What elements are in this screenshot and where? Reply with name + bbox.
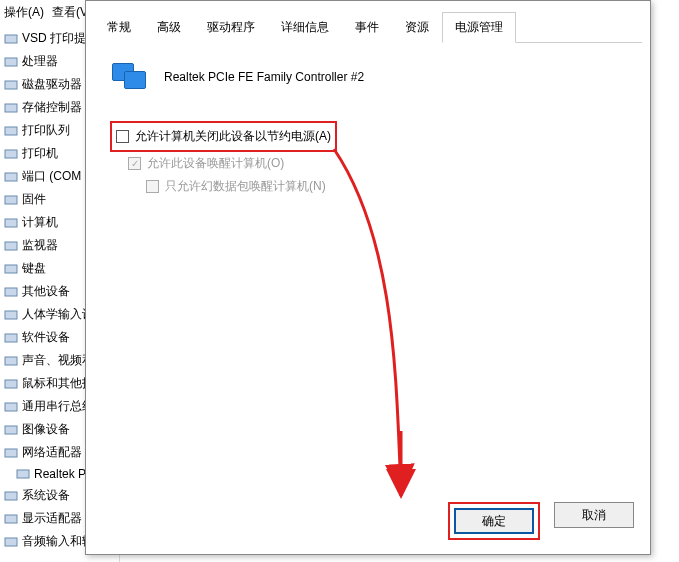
svg-rect-8 [5,219,17,227]
menu-view[interactable]: 查看(V [52,4,88,21]
svg-rect-22 [5,538,17,546]
tree-item-label: 打印队列 [22,122,70,139]
svg-rect-10 [5,265,17,273]
dialog-buttons: 确定 取消 [448,502,634,540]
tab-advanced[interactable]: 高级 [144,12,194,43]
svg-rect-11 [5,288,17,296]
tab-driver[interactable]: 驱动程序 [194,12,268,43]
device-category-icon [4,101,18,115]
svg-rect-20 [5,492,17,500]
device-category-icon [4,535,18,549]
label-allow-off: 允许计算机关闭此设备以节约电源(A) [135,128,331,145]
tree-item-label: 打印机 [22,145,58,162]
svg-rect-9 [5,242,17,250]
device-category-icon [4,377,18,391]
tree-item-label: 处理器 [22,53,58,70]
device-category-icon [4,423,18,437]
tree-item-label: 其他设备 [22,283,70,300]
ok-button[interactable]: 确定 [454,508,534,534]
svg-rect-19 [17,470,29,478]
device-category-icon [4,489,18,503]
svg-rect-1 [5,58,17,66]
device-category-icon [4,32,18,46]
cancel-button[interactable]: 取消 [554,502,634,528]
menu-op[interactable]: 操作(A) [4,4,44,21]
svg-rect-6 [5,173,17,181]
properties-dialog: 常规 高级 驱动程序 详细信息 事件 资源 电源管理 Realtek PCIe … [85,0,651,555]
tree-item-label: 图像设备 [22,421,70,438]
tree-item-label: 软件设备 [22,329,70,346]
device-category-icon [4,331,18,345]
device-category-icon [4,124,18,138]
highlight-allow-off: 允许计算机关闭此设备以节约电源(A) [110,121,337,152]
row-magic-only: 只允许幻数据包唤醒计算机(N) [110,175,626,198]
checkbox-allow-wake [128,157,141,170]
svg-rect-2 [5,81,17,89]
network-adapter-icon [110,61,150,93]
svg-rect-16 [5,403,17,411]
device-category-icon [4,308,18,322]
tab-general[interactable]: 常规 [94,12,144,43]
device-category-icon [4,512,18,526]
svg-rect-18 [5,449,17,457]
device-category-icon [4,170,18,184]
svg-rect-17 [5,426,17,434]
checkbox-allow-off[interactable] [116,130,129,143]
device-category-icon [4,446,18,460]
tab-details[interactable]: 详细信息 [268,12,342,43]
svg-rect-5 [5,150,17,158]
label-allow-wake: 允许此设备唤醒计算机(O) [147,155,284,172]
power-management-pane: Realtek PCIe FE Family Controller #2 允许计… [86,43,650,483]
svg-rect-14 [5,357,17,365]
svg-rect-7 [5,196,17,204]
tab-power-management[interactable]: 电源管理 [442,12,516,43]
tree-item-label: 监视器 [22,237,58,254]
device-category-icon [4,147,18,161]
svg-rect-3 [5,104,17,112]
device-category-icon [4,239,18,253]
tab-strip: 常规 高级 驱动程序 详细信息 事件 资源 电源管理 [94,11,642,43]
svg-rect-15 [5,380,17,388]
svg-rect-13 [5,334,17,342]
tree-item-label: 键盘 [22,260,46,277]
checkbox-magic-only [146,180,159,193]
device-category-icon [4,285,18,299]
tree-item-label: 系统设备 [22,487,70,504]
highlight-ok: 确定 [448,502,540,540]
tree-item-label: 存储控制器 [22,99,82,116]
tree-item-label: 磁盘驱动器 [22,76,82,93]
tree-item-label: 显示适配器 [22,510,82,527]
svg-rect-4 [5,127,17,135]
device-category-icon [16,467,30,481]
svg-rect-12 [5,311,17,319]
svg-rect-0 [5,35,17,43]
device-category-icon [4,78,18,92]
svg-rect-21 [5,515,17,523]
device-category-icon [4,262,18,276]
row-allow-off[interactable]: 允许计算机关闭此设备以节约电源(A) [116,125,331,148]
device-category-icon [4,216,18,230]
device-category-icon [4,55,18,69]
device-category-icon [4,354,18,368]
row-allow-wake: 允许此设备唤醒计算机(O) [110,152,626,175]
tree-item-label: 固件 [22,191,46,208]
device-category-icon [4,400,18,414]
label-magic-only: 只允许幻数据包唤醒计算机(N) [165,178,326,195]
tab-resources[interactable]: 资源 [392,12,442,43]
tree-item-label: 计算机 [22,214,58,231]
tab-events[interactable]: 事件 [342,12,392,43]
tree-item-label: 网络适配器 [22,444,82,461]
device-title: Realtek PCIe FE Family Controller #2 [164,70,364,84]
device-category-icon [4,193,18,207]
device-header: Realtek PCIe FE Family Controller #2 [110,61,626,93]
